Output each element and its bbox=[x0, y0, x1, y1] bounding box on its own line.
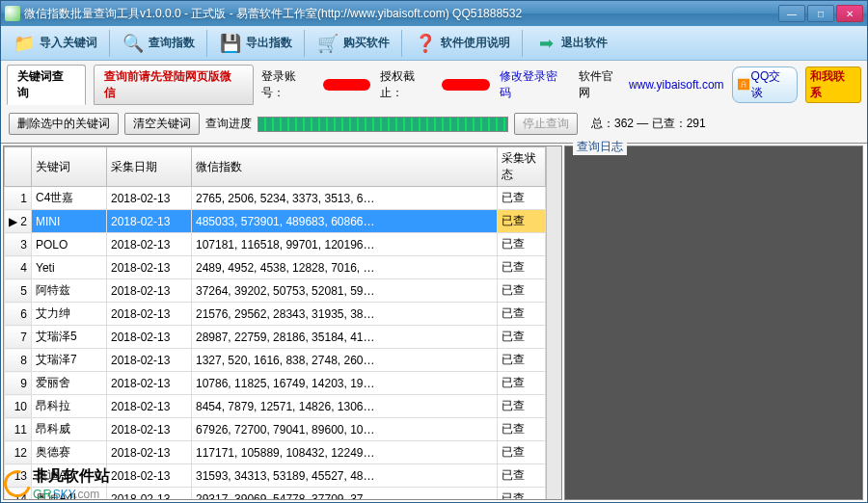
cell-keyword: 艾瑞泽7 bbox=[32, 349, 107, 372]
cell-status: 已查 bbox=[498, 303, 546, 326]
table-row[interactable]: 12奥德赛2018-02-13117171, 105889, 108432, 1… bbox=[5, 441, 546, 464]
query-label: 查询指数 bbox=[149, 35, 195, 51]
cell-keyword: Yeti bbox=[32, 256, 107, 279]
cell-keyword: 昂科威 bbox=[32, 418, 107, 441]
minimize-button[interactable]: — bbox=[778, 5, 805, 22]
cell-index: 31593, 34313, 53189, 45527, 48… bbox=[192, 464, 498, 488]
cell-status: 已查 bbox=[498, 441, 546, 464]
count-text: 总：362 — 已查：291 bbox=[591, 116, 706, 132]
cell-index: 28987, 22759, 28186, 35184, 41… bbox=[192, 326, 498, 349]
app-icon bbox=[5, 6, 20, 21]
col-wechat-index[interactable]: 微信指数 bbox=[192, 147, 498, 187]
table-row[interactable]: ▶ 2MINI2018-02-13485033, 573901, 489683,… bbox=[5, 210, 546, 233]
row-number: 6 bbox=[5, 303, 32, 326]
cell-keyword: C4世嘉 bbox=[32, 187, 107, 210]
tab-keyword-query[interactable]: 关键词查询 bbox=[7, 65, 86, 105]
cell-keyword: 艾瑞泽5 bbox=[32, 326, 107, 349]
clear-keywords-button[interactable]: 清空关键词 bbox=[124, 113, 200, 135]
login-hint: 查询前请先登陆网页版微信 bbox=[94, 65, 254, 105]
col-index[interactable] bbox=[5, 147, 32, 187]
cell-keyword: 奥迪A3 bbox=[32, 464, 107, 488]
row-number: 3 bbox=[5, 233, 32, 256]
buy-software-button[interactable]: 🛒 购买软件 bbox=[309, 28, 397, 59]
row-number: 11 bbox=[5, 418, 32, 441]
cell-index: 29317, 39069, 54778, 37709, 37… bbox=[192, 488, 498, 500]
save-icon: 💾 bbox=[219, 32, 242, 55]
table-row[interactable]: 10昂科拉2018-02-138454, 7879, 12571, 14826,… bbox=[5, 395, 546, 418]
row-number: 13 bbox=[5, 464, 32, 488]
cell-date: 2018-02-13 bbox=[107, 349, 192, 372]
table-row[interactable]: 9爱丽舍2018-02-1310786, 11825, 16749, 14203… bbox=[5, 372, 546, 395]
vertical-scrollbar[interactable] bbox=[546, 146, 561, 499]
cell-status: 已查 bbox=[498, 372, 546, 395]
table-row[interactable]: 4Yeti2018-02-132489, 4952, 4538, 12828, … bbox=[5, 256, 546, 279]
query-index-button[interactable]: 🔍 查询指数 bbox=[114, 28, 203, 59]
cell-keyword: POLO bbox=[32, 233, 107, 256]
col-date[interactable]: 采集日期 bbox=[107, 147, 192, 187]
site-link[interactable]: www.yibaisoft.com bbox=[629, 78, 724, 92]
progress-label: 查询进度 bbox=[205, 116, 252, 132]
maximize-button[interactable]: □ bbox=[807, 5, 834, 22]
delete-selected-button[interactable]: 删除选中的关键词 bbox=[9, 113, 119, 135]
cell-status: 已查 bbox=[498, 256, 546, 279]
contact-button[interactable]: 和我联系 bbox=[805, 66, 861, 103]
exit-icon: ➡ bbox=[534, 32, 557, 55]
main-toolbar: 📁 导入关键词 🔍 查询指数 💾 导出指数 🛒 购买软件 ❓ 软件使用说明 ➡ … bbox=[1, 26, 867, 61]
cell-date: 2018-02-13 bbox=[107, 372, 192, 395]
table-row[interactable]: 14奥迪A4L2018-02-1329317, 39069, 54778, 37… bbox=[5, 488, 546, 500]
log-title: 查询日志 bbox=[573, 139, 627, 155]
cell-index: 117171, 105889, 108432, 12249… bbox=[192, 441, 498, 464]
cell-keyword: 艾力绅 bbox=[32, 303, 107, 326]
cell-index: 2765, 2506, 5234, 3373, 3513, 6… bbox=[192, 187, 498, 210]
import-keywords-button[interactable]: 📁 导入关键词 bbox=[5, 28, 105, 59]
cell-index: 1327, 520, 1616, 838, 2748, 260… bbox=[192, 349, 498, 372]
help-button[interactable]: ❓ 软件使用说明 bbox=[406, 28, 518, 59]
cell-status: 已查 bbox=[498, 279, 546, 303]
cell-keyword: 奥迪A4L bbox=[32, 488, 107, 500]
table-row[interactable]: 6艾力绅2018-02-1321576, 29562, 28343, 31935… bbox=[5, 303, 546, 326]
change-password-link[interactable]: 修改登录密码 bbox=[500, 68, 569, 101]
export-label: 导出指数 bbox=[246, 35, 292, 51]
cell-date: 2018-02-13 bbox=[107, 464, 192, 488]
row-number: 7 bbox=[5, 326, 32, 349]
stop-query-button[interactable]: 停止查询 bbox=[514, 113, 578, 135]
row-number: 5 bbox=[5, 279, 32, 303]
cell-date: 2018-02-13 bbox=[107, 279, 192, 303]
table-row[interactable]: 5阿特兹2018-02-1337264, 39202, 50753, 52081… bbox=[5, 279, 546, 303]
row-number: 10 bbox=[5, 395, 32, 418]
qq-icon: 🅰 bbox=[738, 78, 749, 92]
exit-button[interactable]: ➡ 退出软件 bbox=[527, 28, 615, 59]
close-button[interactable]: ✕ bbox=[836, 5, 863, 22]
table-row[interactable]: 11昂科威2018-02-1367926, 72700, 79041, 8960… bbox=[5, 418, 546, 441]
qq-chat-button[interactable]: 🅰 QQ交谈 bbox=[732, 66, 799, 103]
query-log-panel: 查询日志 bbox=[564, 146, 863, 500]
row-number: 8 bbox=[5, 349, 32, 372]
results-grid[interactable]: 关键词 采集日期 微信指数 采集状态 1C4世嘉2018-02-132765, … bbox=[3, 146, 562, 500]
table-row[interactable]: 1C4世嘉2018-02-132765, 2506, 5234, 3373, 3… bbox=[5, 187, 546, 210]
cell-index: 67926, 72700, 79041, 89600, 10… bbox=[192, 418, 498, 441]
auth-until-value bbox=[442, 79, 490, 91]
site-label: 软件官网 bbox=[579, 68, 625, 101]
export-index-button[interactable]: 💾 导出指数 bbox=[211, 28, 300, 59]
table-row[interactable]: 8艾瑞泽72018-02-131327, 520, 1616, 838, 274… bbox=[5, 349, 546, 372]
col-keyword[interactable]: 关键词 bbox=[32, 147, 107, 187]
table-row[interactable]: 3POLO2018-02-13107181, 116518, 99701, 12… bbox=[5, 233, 546, 256]
row-number: 12 bbox=[5, 441, 32, 464]
cart-icon: 🛒 bbox=[316, 32, 339, 55]
cell-status: 已查 bbox=[498, 187, 546, 210]
cell-status: 已查 bbox=[498, 210, 546, 233]
table-row[interactable]: 13奥迪A32018-02-1331593, 34313, 53189, 455… bbox=[5, 464, 546, 488]
exit-label: 退出软件 bbox=[561, 35, 608, 51]
row-number: 1 bbox=[5, 187, 32, 210]
cell-index: 107181, 116518, 99701, 120196… bbox=[192, 233, 498, 256]
progress-bar bbox=[258, 117, 508, 132]
login-account-value bbox=[323, 79, 371, 91]
cell-date: 2018-02-13 bbox=[107, 256, 192, 279]
col-status[interactable]: 采集状态 bbox=[498, 147, 546, 187]
table-row[interactable]: 7艾瑞泽52018-02-1328987, 22759, 28186, 3518… bbox=[5, 326, 546, 349]
cell-status: 已查 bbox=[498, 349, 546, 372]
cell-keyword: 阿特兹 bbox=[32, 279, 107, 303]
row-number: 14 bbox=[5, 488, 32, 500]
cell-date: 2018-02-13 bbox=[107, 395, 192, 418]
row-number: ▶ 2 bbox=[5, 210, 32, 233]
